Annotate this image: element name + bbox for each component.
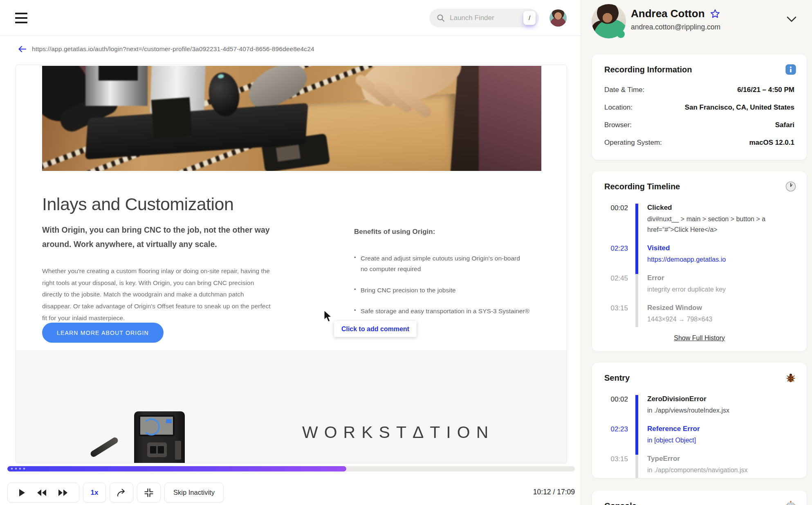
site-intro-body: Whether you're creating a custom floorin… <box>42 265 273 324</box>
topbar-avatar[interactable] <box>550 9 567 27</box>
site-intro-bold: With Origin, you can bring CNC to the jo… <box>42 223 292 251</box>
search-input[interactable]: Launch Finder / <box>429 9 539 27</box>
app-root: Launch Finder / https://app.getatlas.io/… <box>0 0 812 505</box>
sentry-event[interactable]: 03:15 TypeErrorin ./app/components/navig… <box>604 455 794 478</box>
origin-device-image <box>134 411 185 463</box>
woodworking-hero-image <box>42 66 541 171</box>
timeline-scrubber[interactable] <box>7 466 575 471</box>
site-benefits: Benefits of using Origin: Create and adj… <box>354 228 550 327</box>
bug-icon <box>785 373 796 383</box>
info-row: Operating System:macOS 12.0.1 <box>604 139 794 147</box>
show-full-history-link[interactable]: Show Full History <box>674 334 725 341</box>
benefit-item: Bring CNC precision to the jobsite <box>354 285 550 296</box>
replay-url: https://app.getatlas.io/auth/login?next=… <box>32 45 314 53</box>
menu-icon[interactable] <box>15 13 27 23</box>
card-title: Console <box>604 501 794 505</box>
back-arrow-icon[interactable] <box>17 44 27 54</box>
clock-icon <box>785 181 796 192</box>
card-title: Recording Timeline <box>604 182 794 191</box>
timeline-event[interactable]: 02:45 Errorintegrity error duplicate key <box>604 274 794 304</box>
event-marker-bar <box>635 425 638 455</box>
replay-url-bar: https://app.getatlas.io/auth/login?next=… <box>17 44 314 54</box>
online-status-dot <box>617 30 625 38</box>
workstation-logo: WORKSTΔTION <box>302 423 494 442</box>
replay-viewport[interactable]: Inlays and Customization With Origin, yo… <box>16 65 567 463</box>
viewer-cursor-icon <box>323 310 335 323</box>
timeline-event[interactable]: 03:15 Resized Window1443×924 → 798×643 <box>604 304 794 327</box>
star-icon[interactable] <box>710 9 720 19</box>
card-title: Sentry <box>604 373 794 383</box>
add-comment-tooltip[interactable]: Click to add comment <box>334 321 417 337</box>
timeline-event[interactable]: 02:23 Visitedhttps://demoapp.getatlas.io <box>604 244 794 274</box>
sentry-event[interactable]: 00:02 ZeroDivisionErrorin ./app/views/ro… <box>604 395 794 425</box>
replayed-website: Inlays and Customization With Origin, yo… <box>16 65 567 463</box>
site-footer-section: WORKSTΔTION <box>16 350 567 463</box>
timeline-event[interactable]: 00:02 Clickeddiv#nuxt__ > main > section… <box>604 204 794 244</box>
site-heading: Inlays and Customization <box>42 194 233 214</box>
benefit-item: Create and adjust simple cutouts using O… <box>354 253 550 275</box>
sentry-event[interactable]: 02:23 Reference Errorin [object Object] <box>604 425 794 455</box>
user-header: Andrea Cotton andrea.cotton@rippling.com <box>581 0 812 49</box>
progress-fill <box>7 466 346 471</box>
topbar: Launch Finder / <box>0 0 581 36</box>
recording-timeline-card: Recording Timeline 00:02 Clickeddiv#nuxt… <box>592 171 807 351</box>
event-marker-bar <box>635 455 638 478</box>
event-marker-bar <box>635 304 638 327</box>
info-row: Browser:Safari <box>604 121 794 129</box>
learn-more-button[interactable]: LEARN MORE ABOUT ORIGIN <box>42 323 164 343</box>
replay-main-panel: Launch Finder / https://app.getatlas.io/… <box>0 0 581 505</box>
benefits-title: Benefits of using Origin: <box>354 228 550 236</box>
details-sidebar: Andrea Cotton andrea.cotton@rippling.com… <box>581 0 812 505</box>
info-row: Date & Time:6/16/21 – 4:50 PM <box>604 86 794 94</box>
playback-time: 10:12 / 17:09 <box>0 488 575 496</box>
event-marker-bar <box>635 204 638 244</box>
info-row: Location:San Francisco, CA, United State… <box>604 103 794 112</box>
info-icon <box>785 64 796 75</box>
user-name: Andrea Cotton <box>631 7 705 20</box>
slash-shortcut-key: / <box>523 11 536 25</box>
console-card: Console <box>592 491 807 505</box>
sentry-card: Sentry 00:02 ZeroDivisionErrorin ./app/v… <box>592 363 807 478</box>
robot-icon <box>785 501 796 505</box>
card-title: Recording Information <box>604 65 794 74</box>
chevron-down-icon[interactable] <box>786 16 797 23</box>
search-placeholder: Launch Finder <box>450 14 523 22</box>
user-email: andrea.cotton@rippling.com <box>631 23 720 31</box>
event-marker-bar <box>635 395 638 425</box>
recording-information-card: Recording Information Date & Time:6/16/2… <box>592 54 807 160</box>
search-icon <box>437 14 445 22</box>
event-marker-bar <box>635 244 638 274</box>
recorded-cursor <box>90 436 119 458</box>
benefit-item: Safe storage and easy transportation in … <box>354 306 550 316</box>
event-marker-bar <box>635 274 638 304</box>
